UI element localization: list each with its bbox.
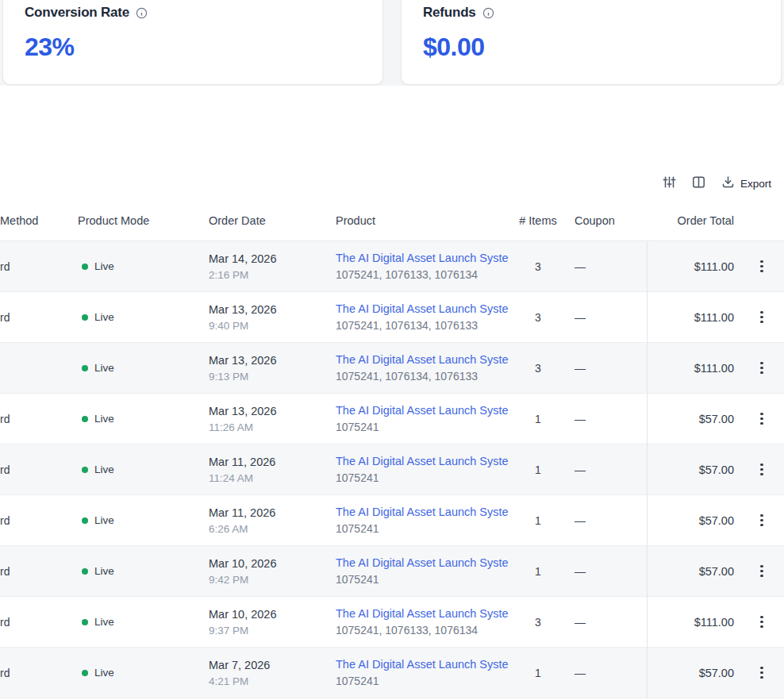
column-header-order-total: Order Total: [655, 214, 734, 227]
row-actions-button[interactable]: [753, 241, 771, 291]
table-row: rdLiveMar 7, 20264:21 PMThe AI Digital A…: [0, 648, 784, 698]
cell-payment-method: rd: [0, 597, 10, 647]
cell-order-total: $111.00: [655, 597, 734, 647]
export-button[interactable]: Export: [720, 174, 773, 193]
row-actions-button[interactable]: [753, 648, 771, 698]
cell-product-mode: Live: [82, 241, 114, 291]
order-date: Mar 10, 2026: [209, 557, 276, 570]
table-row: rdLiveMar 14, 20262:16 PMThe AI Digital …: [0, 241, 784, 292]
cell-product-mode: Live: [82, 444, 114, 494]
row-actions-button[interactable]: [753, 444, 771, 494]
product-link[interactable]: The AI Digital Asset Launch Syste: [336, 658, 509, 671]
row-actions-button[interactable]: [753, 597, 771, 647]
kebab-dot-icon: [760, 575, 763, 578]
cell-product: The AI Digital Asset Launch Syste1075241…: [336, 292, 509, 342]
product-link[interactable]: The AI Digital Asset Launch Syste: [336, 607, 509, 620]
cell-payment-method: rd: [0, 444, 10, 494]
kebab-dot-icon: [760, 667, 763, 670]
cell-order-total: $111.00: [655, 292, 734, 342]
kebab-dot-icon: [760, 367, 763, 370]
product-link[interactable]: The AI Digital Asset Launch Syste: [336, 506, 509, 518]
cell-product-mode: Live: [82, 343, 114, 393]
live-status-label: Live: [94, 565, 114, 577]
kebab-dot-icon: [760, 570, 763, 573]
cell-coupon: —: [575, 394, 586, 444]
row-actions-button[interactable]: [753, 343, 771, 393]
live-status-dot-icon: [82, 568, 88, 575]
stat-card-header: Refunds: [423, 5, 494, 21]
cell-product: The AI Digital Asset Launch Syste1075241: [336, 648, 509, 698]
cell-product: The AI Digital Asset Launch Syste1075241: [336, 394, 509, 444]
cell-order-date: Mar 11, 202611:24 AM: [209, 444, 275, 494]
cell-item-count: 1: [516, 394, 560, 444]
cell-payment-method: rd: [0, 394, 10, 444]
cell-coupon: —: [575, 597, 586, 647]
kebab-dot-icon: [760, 676, 763, 679]
product-link[interactable]: The AI Digital Asset Launch Syste: [336, 404, 509, 417]
cell-product-mode: Live: [82, 648, 114, 698]
cell-coupon: —: [575, 546, 586, 596]
filter-sliders-button[interactable]: [661, 174, 678, 193]
kebab-dot-icon: [760, 413, 763, 416]
kebab-dot-icon: [760, 625, 763, 629]
product-link[interactable]: The AI Digital Asset Launch Syste: [336, 455, 509, 467]
kebab-dot-icon: [760, 565, 763, 568]
live-status-label: Live: [94, 616, 114, 628]
live-status-dot-icon: [82, 263, 88, 270]
product-ids: 1075241, 1076134, 1076133: [336, 319, 509, 332]
live-status-label: Live: [94, 463, 114, 475]
cell-order-total: $57.00: [655, 546, 734, 596]
cell-order-total: $111.00: [655, 241, 734, 291]
cell-order-date: Mar 13, 20269:13 PM: [209, 343, 276, 393]
table-body: rdLiveMar 14, 20262:16 PMThe AI Digital …: [0, 241, 784, 698]
table-row: rdLiveMar 11, 20266:26 AMThe AI Digital …: [0, 495, 784, 546]
product-link[interactable]: The AI Digital Asset Launch Syste: [336, 252, 509, 264]
cell-payment-method: rd: [0, 241, 10, 291]
stat-value: $0.00: [423, 33, 485, 62]
cell-payment-method: rd: [0, 292, 10, 342]
stat-label: Conversion Rate: [25, 5, 129, 21]
product-link[interactable]: The AI Digital Asset Launch Syste: [336, 353, 509, 366]
info-icon[interactable]: [482, 7, 494, 19]
stat-card-conversion-rate: Conversion Rate 23%: [2, 0, 383, 85]
kebab-dot-icon: [760, 311, 763, 314]
kebab-dot-icon: [760, 473, 763, 476]
kebab-dot-icon: [760, 270, 763, 273]
column-header-order-date: Order Date: [209, 214, 266, 227]
columns-icon: [692, 175, 705, 191]
product-ids: 1075241, 1076134, 1076133: [336, 370, 509, 383]
order-date: Mar 13, 2026: [209, 405, 276, 417]
product-link[interactable]: The AI Digital Asset Launch Syste: [336, 556, 509, 569]
order-date: Mar 11, 2026: [209, 506, 275, 519]
order-time: 6:26 AM: [209, 523, 275, 535]
cell-order-total: $57.00: [655, 648, 734, 698]
cell-item-count: 1: [516, 546, 560, 596]
stat-value: 23%: [25, 33, 75, 62]
row-actions-button[interactable]: [753, 292, 771, 342]
cell-payment-method: rd: [0, 546, 10, 596]
product-link[interactable]: The AI Digital Asset Launch Syste: [336, 302, 509, 315]
download-icon: [721, 175, 735, 191]
kebab-dot-icon: [760, 519, 763, 522]
row-actions-button[interactable]: [753, 495, 771, 545]
product-ids: 1075241, 1076133, 1076134: [336, 268, 509, 281]
cell-item-count: 3: [516, 343, 560, 393]
cell-item-count: 3: [516, 241, 560, 291]
cell-product: The AI Digital Asset Launch Syste1075241: [336, 546, 509, 596]
cell-product: The AI Digital Asset Launch Syste1075241…: [336, 241, 509, 291]
table-row: rdLiveMar 13, 20269:40 PMThe AI Digital …: [0, 292, 784, 343]
info-icon[interactable]: [136, 7, 148, 19]
row-actions-button[interactable]: [753, 546, 771, 596]
row-actions-button[interactable]: [753, 394, 771, 444]
table-row: LiveMar 13, 20269:13 PMThe AI Digital As…: [0, 343, 784, 394]
cell-coupon: —: [575, 343, 586, 393]
product-ids: 1075241: [336, 522, 509, 535]
column-layout-button[interactable]: [690, 174, 707, 193]
cell-item-count: 1: [516, 648, 560, 698]
kebab-dot-icon: [760, 524, 763, 527]
order-time: 4:21 PM: [209, 675, 270, 687]
cell-product-mode: Live: [82, 394, 114, 444]
order-time: 11:26 AM: [209, 421, 276, 433]
kebab-dot-icon: [760, 265, 763, 268]
cell-payment-method: rd: [0, 648, 10, 698]
